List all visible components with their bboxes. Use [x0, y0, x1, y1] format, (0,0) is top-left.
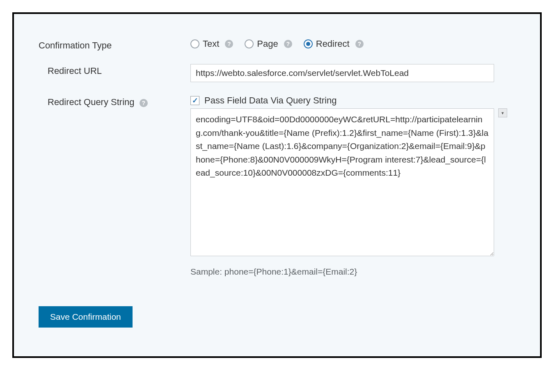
- redirect-url-row: Redirect URL: [39, 64, 515, 82]
- redirect-query-string-label: Redirect Query String ?: [39, 95, 190, 108]
- radio-text-label: Text: [203, 39, 219, 49]
- redirect-url-label: Redirect URL: [39, 64, 190, 76]
- redirect-query-string-row: Redirect Query String ? ✓ Pass Field Dat…: [39, 95, 515, 277]
- radio-page-label: Page: [257, 39, 278, 49]
- radio-text[interactable]: Text ?: [190, 39, 233, 49]
- radio-circle-selected-icon: [304, 39, 313, 48]
- confirmation-type-row: Confirmation Type Text ? Page ? R: [39, 39, 515, 51]
- pass-field-data-checkbox[interactable]: ✓: [190, 96, 199, 105]
- radio-dot-icon: [306, 42, 310, 46]
- radio-circle-icon: [190, 39, 199, 48]
- merge-tag-dropdown-icon[interactable]: ▾: [498, 108, 507, 117]
- pass-field-data-label: Pass Field Data Via Query String: [204, 95, 337, 106]
- query-string-sample: Sample: phone={Phone:1}&email={Email:2}: [190, 267, 507, 277]
- save-confirmation-button[interactable]: Save Confirmation: [39, 306, 133, 328]
- radio-redirect[interactable]: Redirect ?: [304, 39, 364, 49]
- pass-field-data-checkbox-row: ✓ Pass Field Data Via Query String: [190, 95, 507, 106]
- radio-page[interactable]: Page ?: [245, 39, 292, 49]
- query-string-textarea[interactable]: [190, 108, 494, 256]
- radio-circle-icon: [245, 39, 254, 48]
- redirect-url-input[interactable]: [190, 64, 494, 82]
- confirmation-settings-panel: Confirmation Type Text ? Page ? R: [12, 12, 542, 358]
- help-icon[interactable]: ?: [140, 99, 148, 107]
- help-icon[interactable]: ?: [355, 40, 364, 48]
- radio-redirect-label: Redirect: [316, 39, 350, 49]
- help-icon[interactable]: ?: [284, 40, 292, 48]
- confirmation-type-radio-group: Text ? Page ? Redirect ?: [190, 39, 507, 49]
- confirmation-type-label: Confirmation Type: [39, 39, 190, 51]
- help-icon[interactable]: ?: [225, 40, 233, 48]
